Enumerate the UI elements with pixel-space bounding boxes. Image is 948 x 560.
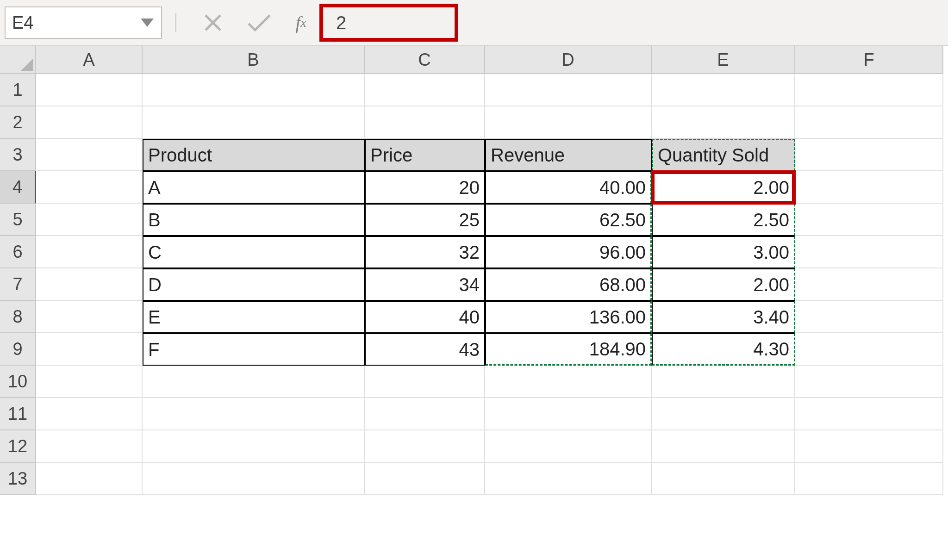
col-header-A[interactable]: A <box>36 46 143 74</box>
cell-F1[interactable] <box>795 74 943 106</box>
col-header-E[interactable]: E <box>652 46 795 74</box>
cell-B12[interactable] <box>143 430 365 463</box>
cell-A9[interactable] <box>36 333 143 366</box>
cell-B13[interactable] <box>143 463 365 495</box>
cell-B2[interactable] <box>143 106 365 139</box>
cell-F3[interactable] <box>795 139 943 171</box>
cell-D8[interactable]: 136.00 <box>485 301 652 333</box>
cancel-button[interactable] <box>190 0 236 45</box>
cell-F8[interactable] <box>795 301 943 333</box>
cell-E2[interactable] <box>652 106 795 139</box>
cell-C3[interactable]: Price <box>365 139 485 171</box>
row-header-11[interactable]: 11 <box>0 398 36 430</box>
cell-B11[interactable] <box>143 398 365 430</box>
cell-C13[interactable] <box>365 463 485 495</box>
cell-E6[interactable]: 3.00 <box>652 236 795 268</box>
cell-F9[interactable] <box>795 333 943 366</box>
enter-button[interactable] <box>236 0 282 45</box>
col-header-B[interactable]: B <box>143 46 365 74</box>
row-header-6[interactable]: 6 <box>0 236 36 268</box>
cell-E10[interactable] <box>652 366 795 398</box>
cell-B8[interactable]: E <box>143 301 365 333</box>
cell-A12[interactable] <box>36 430 143 463</box>
col-header-C[interactable]: C <box>365 46 485 74</box>
cell-E3[interactable]: Quantity Sold <box>652 139 795 171</box>
row-header-1[interactable]: 1 <box>0 74 36 106</box>
cell-A5[interactable] <box>36 204 143 236</box>
cell-B5[interactable]: B <box>143 204 365 236</box>
cell-D13[interactable] <box>485 463 652 495</box>
cell-D1[interactable] <box>485 74 652 106</box>
cell-E11[interactable] <box>652 398 795 430</box>
cell-C5[interactable]: 25 <box>365 204 485 236</box>
col-header-D[interactable]: D <box>485 46 652 74</box>
cell-C8[interactable]: 40 <box>365 301 485 333</box>
cell-C4[interactable]: 20 <box>365 171 485 204</box>
cell-A13[interactable] <box>36 463 143 495</box>
cell-B10[interactable] <box>143 366 365 398</box>
cell-B7[interactable]: D <box>143 268 365 301</box>
cell-F4[interactable] <box>795 171 943 204</box>
row-header-4[interactable]: 4 <box>0 171 36 204</box>
cell-B4[interactable]: A <box>143 171 365 204</box>
row-header-2[interactable]: 2 <box>0 106 36 139</box>
cell-D11[interactable] <box>485 398 652 430</box>
cell-F2[interactable] <box>795 106 943 139</box>
cell-F6[interactable] <box>795 236 943 268</box>
cell-E13[interactable] <box>652 463 795 495</box>
cell-B9[interactable]: F <box>143 333 365 366</box>
select-all-corner[interactable] <box>0 46 36 74</box>
cell-D7[interactable]: 68.00 <box>485 268 652 301</box>
cell-F7[interactable] <box>795 268 943 301</box>
cell-B3[interactable]: Product <box>143 139 365 171</box>
cell-F10[interactable] <box>795 366 943 398</box>
cell-E4[interactable]: 2.00 <box>652 171 795 204</box>
cell-C6[interactable]: 32 <box>365 236 485 268</box>
row-header-10[interactable]: 10 <box>0 366 36 398</box>
cell-F12[interactable] <box>795 430 943 463</box>
row-header-7[interactable]: 7 <box>0 268 36 301</box>
cell-D5[interactable]: 62.50 <box>485 204 652 236</box>
cell-E7[interactable]: 2.00 <box>652 268 795 301</box>
cell-A1[interactable] <box>36 74 143 106</box>
name-box[interactable]: E4 <box>5 6 162 39</box>
row-header-8[interactable]: 8 <box>0 301 36 333</box>
row-header-5[interactable]: 5 <box>0 204 36 236</box>
cell-A11[interactable] <box>36 398 143 430</box>
cell-E9[interactable]: 4.30 <box>652 333 795 366</box>
cell-C7[interactable]: 34 <box>365 268 485 301</box>
name-box-dropdown-icon[interactable] <box>140 15 155 30</box>
cell-D3[interactable]: Revenue <box>485 139 652 171</box>
col-header-F[interactable]: F <box>795 46 943 74</box>
cell-A6[interactable] <box>36 236 143 268</box>
cell-A3[interactable] <box>36 139 143 171</box>
row-header-12[interactable]: 12 <box>0 430 36 463</box>
cell-C1[interactable] <box>365 74 485 106</box>
cell-D9[interactable]: 184.90 <box>485 333 652 366</box>
cell-E5[interactable]: 2.50 <box>652 204 795 236</box>
cell-D4[interactable]: 40.00 <box>485 171 652 204</box>
cell-E8[interactable]: 3.40 <box>652 301 795 333</box>
cell-A4[interactable] <box>36 171 143 204</box>
cell-B6[interactable]: C <box>143 236 365 268</box>
cell-C9[interactable]: 43 <box>365 333 485 366</box>
cell-C10[interactable] <box>365 366 485 398</box>
cell-D2[interactable] <box>485 106 652 139</box>
cell-F11[interactable] <box>795 398 943 430</box>
cell-C11[interactable] <box>365 398 485 430</box>
cell-E1[interactable] <box>652 74 795 106</box>
formula-input[interactable]: 2 <box>336 12 346 33</box>
cell-A10[interactable] <box>36 366 143 398</box>
row-header-3[interactable]: 3 <box>0 139 36 171</box>
cell-A7[interactable] <box>36 268 143 301</box>
cell-A8[interactable] <box>36 301 143 333</box>
cell-C2[interactable] <box>365 106 485 139</box>
cell-F13[interactable] <box>795 463 943 495</box>
cell-D10[interactable] <box>485 366 652 398</box>
cell-D12[interactable] <box>485 430 652 463</box>
cell-D6[interactable]: 96.00 <box>485 236 652 268</box>
row-header-13[interactable]: 13 <box>0 463 36 495</box>
cell-B1[interactable] <box>143 74 365 106</box>
row-header-9[interactable]: 9 <box>0 333 36 366</box>
cell-C12[interactable] <box>365 430 485 463</box>
